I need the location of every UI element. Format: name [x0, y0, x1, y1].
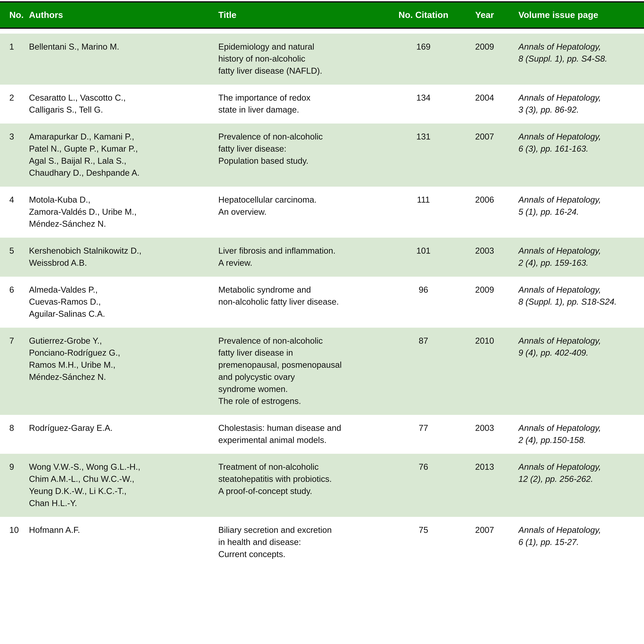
citations-cell: 76 [390, 461, 457, 473]
title-cell: Prevalence of non-alcoholic fatty liver … [218, 131, 390, 167]
title-cell: Hepatocellular carcinoma. An overview. [218, 194, 390, 218]
row-number-cell: 1 [0, 41, 29, 53]
title-cell: Cholestasis: human disease and experimen… [218, 422, 390, 446]
year-cell: 2013 [457, 461, 512, 473]
title-cell: Biliary secretion and excretion in healt… [218, 524, 390, 560]
column-header-volume: Volume issue page [512, 10, 644, 20]
authors-cell: Almeda-Valdes P., Cuevas-Ramos D., Aguil… [29, 284, 218, 320]
authors-cell: Kershenobich Stalnikowitz D., Weissbrod … [29, 245, 218, 269]
table-row: 10 Hofmann A.F. Biliary secretion and ex… [0, 517, 644, 568]
row-number-cell: 9 [0, 461, 29, 473]
row-number-cell: 2 [0, 92, 29, 104]
year-cell: 2009 [457, 41, 512, 53]
row-number-cell: 10 [0, 524, 29, 536]
authors-cell: Motola-Kuba D., Zamora-Valdés D., Uribe … [29, 194, 218, 230]
year-cell: 2006 [457, 194, 512, 206]
year-cell: 2004 [457, 92, 512, 104]
row-number-cell: 3 [0, 131, 29, 143]
volume-cell: Annals of Hepatology, 2 (4), pp.150-158. [512, 422, 644, 446]
volume-cell: Annals of Hepatology, 8 (Suppl. 1), pp. … [512, 41, 644, 65]
authors-cell: Gutierrez-Grobe Y., Ponciano-Rodríguez G… [29, 335, 218, 383]
title-cell: Prevalence of non-alcoholic fatty liver … [218, 335, 390, 407]
authors-cell: Rodríguez-Garay E.A. [29, 422, 218, 434]
column-header-authors: Authors [29, 10, 218, 20]
year-cell: 2007 [457, 524, 512, 536]
volume-cell: Annals of Hepatology, 5 (1), pp. 16-24. [512, 194, 644, 218]
citations-cell: 87 [390, 335, 457, 347]
title-cell: Epidemiology and natural history of non-… [218, 41, 390, 77]
volume-cell: Annals of Hepatology, 8 (Suppl. 1), pp. … [512, 284, 644, 308]
citations-cell: 169 [390, 41, 457, 53]
citations-cell: 75 [390, 524, 457, 536]
table-row: 1 Bellentani S., Marino M. Epidemiology … [0, 34, 644, 85]
volume-cell: Annals of Hepatology, 2 (4), pp. 159-163… [512, 245, 644, 269]
table-row: 9 Wong V.W.-S., Wong G.L.-H., Chim A.M.-… [0, 454, 644, 517]
row-number-cell: 7 [0, 335, 29, 347]
citations-cell: 131 [390, 131, 457, 143]
citations-cell: 77 [390, 422, 457, 434]
authors-cell: Wong V.W.-S., Wong G.L.-H., Chim A.M.-L.… [29, 461, 218, 509]
authors-cell: Amarapurkar D., Kamani P., Patel N., Gup… [29, 131, 218, 179]
year-cell: 2003 [457, 422, 512, 434]
title-cell: Metabolic syndrome and non-alcoholic fat… [218, 284, 390, 308]
citations-cell: 111 [390, 194, 457, 206]
year-cell: 2007 [457, 131, 512, 143]
top-margin [0, 0, 644, 1]
year-cell: 2009 [457, 284, 512, 296]
volume-cell: Annals of Hepatology, 6 (3), pp. 161-163… [512, 131, 644, 155]
title-cell: Treatment of non-alcoholic steatohepatit… [218, 461, 390, 497]
column-header-title: Title [218, 10, 390, 20]
table-row: 8 Rodríguez-Garay E.A. Cholestasis: huma… [0, 415, 644, 454]
volume-cell: Annals of Hepatology, 9 (4), pp. 402-409… [512, 335, 644, 359]
authors-cell: Bellentani S., Marino M. [29, 41, 218, 53]
table-row: 3 Amarapurkar D., Kamani P., Patel N., G… [0, 124, 644, 187]
row-number-cell: 8 [0, 422, 29, 434]
volume-cell: Annals of Hepatology, 12 (2), pp. 256-26… [512, 461, 644, 485]
row-number-cell: 4 [0, 194, 29, 206]
header-underline [0, 28, 644, 29]
table-row: 2 Cesaratto L., Vascotto C., Calligaris … [0, 85, 644, 124]
table-body: 1 Bellentani S., Marino M. Epidemiology … [0, 29, 644, 568]
authors-cell: Cesaratto L., Vascotto C., Calligaris S.… [29, 92, 218, 116]
table-row: 7 Gutierrez-Grobe Y., Ponciano-Rodríguez… [0, 328, 644, 415]
authors-cell: Hofmann A.F. [29, 524, 218, 536]
table-header: No. Authors Title No. Citation Year Volu… [0, 2, 644, 28]
citations-cell: 96 [390, 284, 457, 296]
row-number-cell: 5 [0, 245, 29, 257]
year-cell: 2003 [457, 245, 512, 257]
volume-cell: Annals of Hepatology, 3 (3), pp. 86-92. [512, 92, 644, 116]
row-number-cell: 6 [0, 284, 29, 296]
table-row: 5 Kershenobich Stalnikowitz D., Weissbro… [0, 238, 644, 277]
column-header-year: Year [457, 10, 512, 20]
column-header-no: No. [0, 10, 29, 20]
column-header-citations: No. Citation [390, 10, 457, 20]
top-divider-line [0, 1, 644, 2]
year-cell: 2010 [457, 335, 512, 347]
title-cell: Liver fibrosis and inflammation. A revie… [218, 245, 390, 269]
title-cell: The importance of redox state in liver d… [218, 92, 390, 116]
table-row: 4 Motola-Kuba D., Zamora-Valdés D., Urib… [0, 187, 644, 238]
citations-cell: 134 [390, 92, 457, 104]
table-row: 6 Almeda-Valdes P., Cuevas-Ramos D., Agu… [0, 277, 644, 328]
volume-cell: Annals of Hepatology, 6 (1), pp. 15-27. [512, 524, 644, 548]
most-cited-articles-table: No. Authors Title No. Citation Year Volu… [0, 0, 644, 568]
citations-cell: 101 [390, 245, 457, 257]
